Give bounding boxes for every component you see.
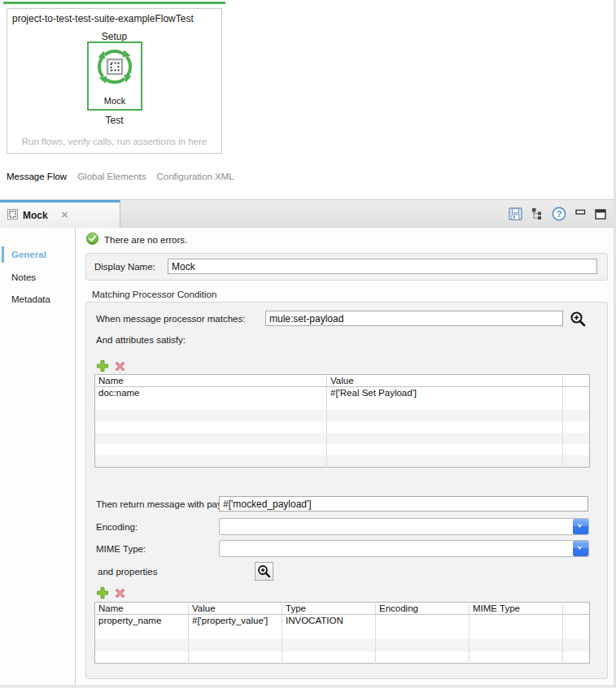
table-cell xyxy=(563,398,590,410)
table-cell xyxy=(95,639,189,651)
properties-sidebar: General Notes Metadata xyxy=(0,228,76,688)
table-row[interactable] xyxy=(95,433,590,444)
munit-test-flow-container[interactable]: project-to-test-test-suite-exampleFlowTe… xyxy=(7,8,222,154)
editor-tab-bar: Message Flow Global Elements Configurati… xyxy=(7,172,234,181)
table-cell xyxy=(563,444,590,455)
edit-properties-magnifier-button[interactable] xyxy=(255,562,273,581)
table-cell xyxy=(327,455,563,467)
and-properties-label: and properties xyxy=(98,567,158,577)
setup-lane-label: Setup xyxy=(7,31,221,42)
table-cell xyxy=(376,639,470,651)
sidebar-item-notes[interactable]: Notes xyxy=(11,272,36,282)
table-row[interactable]: property_name#['property_value']INVOCATI… xyxy=(95,615,590,627)
table-cell[interactable] xyxy=(376,615,470,627)
table-cell xyxy=(189,639,282,651)
svg-text:?: ? xyxy=(557,209,562,219)
table-cell xyxy=(189,627,282,639)
mock-processor[interactable]: Mock xyxy=(87,41,142,111)
table-cell xyxy=(563,627,590,639)
display-name-input[interactable] xyxy=(168,259,597,274)
attributes-table[interactable]: NameValuedoc:name#['Real Set Payload'] xyxy=(94,374,590,468)
table-cell xyxy=(563,421,590,433)
anypoint-studio-window: project-to-test-test-suite-exampleFlowTe… xyxy=(0,0,616,688)
column-header[interactable]: Value xyxy=(327,375,563,387)
active-item-marker xyxy=(2,246,4,263)
sidebar-item-general[interactable]: General xyxy=(11,250,46,259)
browse-processor-magnifier-icon[interactable] xyxy=(570,311,587,331)
table-row[interactable] xyxy=(95,444,590,455)
help-icon[interactable]: ? xyxy=(552,207,566,221)
table-row[interactable] xyxy=(95,421,590,433)
column-header[interactable]: Type xyxy=(282,603,376,615)
table-row[interactable] xyxy=(95,455,590,467)
table-row[interactable] xyxy=(95,398,590,410)
table-cell xyxy=(327,410,563,421)
section-title: Matching Processor Condition xyxy=(92,290,216,299)
maximize-icon[interactable] xyxy=(595,209,606,220)
column-header[interactable]: Name xyxy=(95,603,189,615)
table-cell xyxy=(282,639,376,651)
properties-toolbar: ? xyxy=(509,205,606,223)
column-header[interactable]: MIME Type xyxy=(470,603,563,615)
table-cell xyxy=(327,433,563,444)
properties-view: Mock ✕ xyxy=(0,199,616,688)
mime-type-select[interactable] xyxy=(219,540,589,557)
chevron-down-icon[interactable] xyxy=(573,541,588,556)
table-cell xyxy=(563,639,590,651)
table-cell xyxy=(470,651,563,664)
properties-tab-bar: Mock ✕ xyxy=(0,200,616,228)
table-cell[interactable] xyxy=(470,615,563,627)
table-cell xyxy=(563,410,590,421)
outline-tree-icon[interactable] xyxy=(531,207,543,220)
column-header[interactable]: Value xyxy=(189,603,282,615)
table-row[interactable]: doc:name#['Real Set Payload'] xyxy=(95,387,590,399)
minimize-icon[interactable] xyxy=(575,209,586,219)
column-header[interactable] xyxy=(563,603,590,615)
when-matches-input[interactable] xyxy=(265,311,563,326)
properties-table[interactable]: NameValueTypeEncodingMIME Typeproperty_n… xyxy=(94,602,590,664)
tab-global-elements[interactable]: Global Elements xyxy=(77,172,146,181)
table-cell[interactable]: doc:name xyxy=(95,387,327,399)
add-property-icon[interactable] xyxy=(96,586,109,603)
table-cell xyxy=(95,455,327,467)
table-row[interactable] xyxy=(95,639,590,651)
table-cell[interactable]: #['property_value'] xyxy=(189,615,282,627)
table-cell[interactable]: #['Real Set Payload'] xyxy=(327,387,563,399)
tab-configuration-xml[interactable]: Configuration XML xyxy=(157,172,234,181)
table-row[interactable] xyxy=(95,410,590,421)
encoding-select[interactable] xyxy=(219,518,589,535)
save-icon[interactable] xyxy=(509,207,522,220)
matching-condition-group: When message processor matches: And attr… xyxy=(85,302,608,679)
table-cell xyxy=(327,421,563,433)
table-row[interactable] xyxy=(95,651,590,664)
table-cell[interactable] xyxy=(563,387,590,399)
table-cell xyxy=(563,455,590,467)
column-header[interactable] xyxy=(563,375,590,387)
table-cell xyxy=(563,651,590,664)
close-icon[interactable]: ✕ xyxy=(61,210,68,220)
table-row[interactable] xyxy=(95,627,590,639)
status-message: There are no errors. xyxy=(104,235,187,245)
status-row: There are no errors. xyxy=(86,233,187,246)
column-header[interactable]: Encoding xyxy=(376,603,470,615)
table-cell xyxy=(470,627,563,639)
display-name-group: Display Name: xyxy=(85,253,608,281)
delete-property-icon[interactable] xyxy=(114,587,126,603)
table-cell xyxy=(95,433,327,444)
column-header[interactable]: Name xyxy=(95,375,327,387)
sidebar-item-metadata[interactable]: Metadata xyxy=(11,294,50,304)
table-cell xyxy=(327,398,563,410)
properties-tab-mock[interactable]: Mock ✕ xyxy=(0,200,120,228)
payload-input[interactable] xyxy=(219,496,588,512)
table-cell xyxy=(189,651,282,664)
tab-message-flow[interactable]: Message Flow xyxy=(7,172,67,181)
chevron-down-icon[interactable] xyxy=(573,519,588,534)
table-cell xyxy=(563,433,590,444)
when-matches-label: When message processor matches: xyxy=(96,314,245,324)
table-cell[interactable]: INVOCATION xyxy=(282,615,376,627)
encoding-label: Encoding: xyxy=(96,522,138,532)
table-cell xyxy=(95,651,189,664)
table-cell[interactable]: property_name xyxy=(95,615,189,627)
table-cell[interactable] xyxy=(563,615,590,627)
add-attribute-icon[interactable] xyxy=(96,359,109,376)
